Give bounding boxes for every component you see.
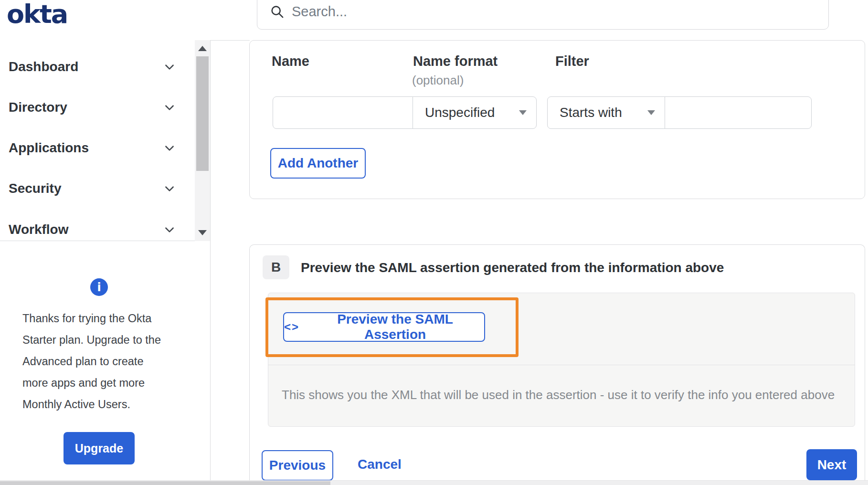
sidebar-item-label: Workflow [9, 222, 68, 237]
name-format-label: Name format [413, 53, 498, 69]
filter-type-value: Starts with [560, 105, 622, 120]
sidebar-item-security[interactable]: Security [9, 178, 176, 199]
chevron-down-icon [163, 182, 176, 195]
previous-button[interactable]: Previous [262, 450, 333, 481]
step-badge: B [263, 255, 289, 279]
upgrade-button[interactable]: Upgrade [64, 432, 135, 464]
attribute-statements-card: Name Name format (optional) Filter Unspe… [249, 40, 865, 199]
sidebar-item-dashboard[interactable]: Dashboard [9, 56, 176, 77]
preview-saml-button-label: Preview the SAML Assertion [306, 312, 484, 342]
name-label: Name [272, 53, 309, 69]
sidebar-scrollbar-thumb[interactable] [196, 56, 209, 171]
filter-value-input[interactable] [665, 96, 812, 129]
sidebar-nav: Dashboard Directory Applications Securit… [0, 40, 210, 241]
info-icon: i [90, 278, 108, 296]
name-format-value: Unspecified [425, 105, 495, 120]
chevron-down-icon [163, 101, 176, 114]
okta-logo[interactable]: okta [7, 0, 67, 29]
filter-label: Filter [555, 53, 589, 69]
saml-preview-card: B Preview the SAML assertion generated f… [249, 244, 865, 485]
preview-help-text: This shows you the XML that will be used… [282, 388, 843, 402]
preview-saml-button[interactable]: <> Preview the SAML Assertion [283, 312, 485, 342]
horizontal-scrollbar-thumb[interactable] [0, 481, 330, 485]
sidebar-item-applications[interactable]: Applications [9, 137, 176, 158]
panel-divider [268, 365, 855, 365]
cancel-link[interactable]: Cancel [358, 457, 402, 472]
scroll-down-icon[interactable] [198, 230, 207, 235]
sidebar-scrollbar[interactable] [195, 40, 210, 241]
sidebar-item-label: Directory [9, 100, 67, 115]
horizontal-scrollbar[interactable] [0, 480, 868, 485]
sidebar-item-label: Dashboard [9, 59, 78, 74]
code-icon: <> [284, 320, 299, 334]
sidebar-item-label: Security [9, 181, 62, 196]
next-button[interactable]: Next [806, 449, 857, 480]
dropdown-caret-icon [647, 110, 655, 115]
filter-type-select[interactable]: Starts with [547, 96, 665, 129]
chevron-down-icon [163, 61, 176, 73]
plan-notice: Thanks for trying the Okta Starter plan.… [22, 308, 168, 415]
chevron-down-icon [163, 223, 176, 236]
sidebar-item-directory[interactable]: Directory [9, 97, 176, 118]
name-format-select[interactable]: Unspecified [413, 96, 537, 129]
sidebar-item-label: Applications [9, 140, 89, 156]
search-icon [270, 4, 285, 19]
preview-section-title: Preview the SAML assertion generated fro… [301, 260, 724, 275]
search-input[interactable] [292, 4, 769, 20]
scroll-up-icon[interactable] [198, 46, 207, 51]
sidebar-item-workflow[interactable]: Workflow [9, 219, 176, 240]
sidebar-border [210, 40, 211, 481]
name-format-hint: (optional) [412, 73, 464, 88]
global-search[interactable] [257, 0, 829, 30]
name-input[interactable] [273, 96, 413, 129]
dropdown-caret-icon [519, 110, 527, 115]
add-another-button[interactable]: Add Another [270, 148, 366, 179]
chevron-down-icon [163, 142, 176, 154]
